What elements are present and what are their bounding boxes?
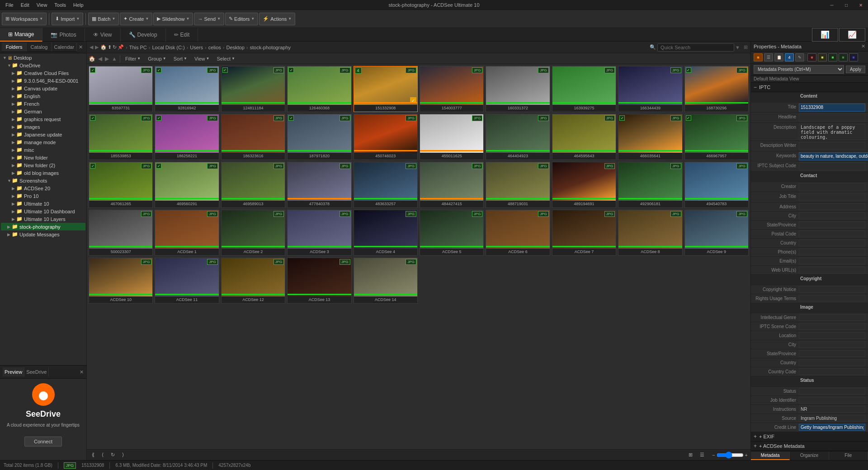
- minimize-btn[interactable]: ─: [825, 0, 839, 10]
- grid-refresh-icon[interactable]: ↻: [108, 451, 117, 459]
- breadcrumb-stock[interactable]: stock-photography: [250, 45, 291, 50]
- thumbnail-item[interactable]: JPG166344439: [618, 66, 682, 112]
- country2-input[interactable]: [799, 359, 865, 366]
- menu-tools[interactable]: Tools: [51, 1, 70, 9]
- city2-input[interactable]: [799, 341, 865, 348]
- tree-new-folder[interactable]: ▶ 📁 New folder: [1, 154, 85, 161]
- tab-calendar[interactable]: Calendar: [52, 42, 77, 52]
- meta-icon-6[interactable]: ■: [818, 53, 827, 61]
- meta-tab-metadata[interactable]: Metadata: [751, 451, 790, 460]
- tree-images[interactable]: ▶ 📁 images: [1, 123, 85, 131]
- thumbnail-item[interactable]: JPGACDSee 3: [287, 210, 351, 256]
- thumbnail-item[interactable]: JPGACDSee 5: [420, 210, 484, 256]
- tree-dashboard[interactable]: ▶ 📁 Ultimate 10 Dashboard: [1, 207, 85, 215]
- tree-pro10[interactable]: ▶ 📁 Pro 10: [1, 192, 85, 200]
- sort-btn[interactable]: Sort ▼: [171, 55, 189, 62]
- connect-button[interactable]: Connect: [24, 437, 62, 446]
- zoom-out-icon[interactable]: −: [712, 452, 715, 458]
- thumbnail-item[interactable]: JPG✓466967957: [684, 114, 749, 160]
- thumbnail-item[interactable]: JPG464595643: [552, 114, 616, 160]
- nav-icons-back[interactable]: ◀: [98, 56, 102, 62]
- group-btn[interactable]: Group ▼: [146, 55, 169, 62]
- meta-icon-9[interactable]: ■: [849, 53, 858, 61]
- intellectual-input[interactable]: [799, 314, 865, 321]
- meta-icon-8[interactable]: ■: [839, 53, 848, 61]
- thumbnail-item[interactable]: JPGACDSee 11: [155, 258, 219, 304]
- create-btn[interactable]: ✦ Create ▼: [120, 13, 152, 25]
- phone-input[interactable]: [799, 249, 865, 255]
- meta-tab-file[interactable]: File: [829, 451, 868, 460]
- tab-edit[interactable]: ✏ Edit: [166, 28, 198, 42]
- tree-japanese[interactable]: ▶ 📁 Japanese update: [1, 131, 85, 138]
- breadcrumb-desktop[interactable]: Desktop: [226, 45, 244, 50]
- meta-icon-1[interactable]: ☰: [764, 53, 773, 61]
- breadcrumb-celios[interactable]: celios: [208, 45, 221, 50]
- thumbnail-item[interactable]: JPG450746023: [354, 114, 418, 160]
- iptc-section-header[interactable]: − IPTC: [751, 83, 868, 92]
- thumbnail-item[interactable]: JPGACDSee 13: [287, 258, 351, 304]
- meta-icon-2[interactable]: 📋: [774, 53, 783, 61]
- thumbnail-item[interactable]: JPG✓126460368: [287, 66, 351, 112]
- grid-prev-icon[interactable]: ⟨: [99, 451, 106, 459]
- tree-french[interactable]: ▶ 📁 French: [1, 100, 85, 108]
- thumbnail-item[interactable]: JPG483633257: [354, 162, 418, 208]
- postal-input[interactable]: [799, 230, 865, 237]
- breadcrumb-users[interactable]: Users: [190, 45, 203, 50]
- source-input[interactable]: [799, 415, 865, 422]
- tab-preview[interactable]: Preview: [3, 367, 24, 376]
- tree-old-blog[interactable]: ▶ 📁 old blog images: [1, 169, 85, 177]
- import-btn[interactable]: ⬇ Import ▼: [52, 13, 83, 25]
- meta-icon-orange[interactable]: ■: [754, 53, 763, 61]
- tree-acdsee20[interactable]: ▶ 📁 ACDSee 20: [1, 184, 85, 192]
- thumbnail-item[interactable]: JPG✓124811184: [221, 66, 285, 112]
- thumbnail-item[interactable]: JPG477840378: [287, 162, 351, 208]
- nav-icons-home[interactable]: 🏠: [89, 56, 95, 62]
- breadcrumb-thispc[interactable]: This PC: [129, 45, 147, 50]
- thumbnail-item[interactable]: JPG✓187971820: [287, 114, 351, 160]
- nav-up-icon[interactable]: ⬆: [108, 44, 112, 50]
- acdsee-section-header[interactable]: + + ACDSee Metadata: [751, 442, 868, 451]
- thumbnail-item[interactable]: JPG492906181: [618, 162, 682, 208]
- menu-edit[interactable]: Edit: [17, 1, 33, 9]
- tab-folders[interactable]: Folders: [2, 42, 27, 52]
- tab-photos[interactable]: 📷 Photos: [42, 28, 85, 42]
- thumbnail-item[interactable]: JPG489194691: [552, 162, 616, 208]
- tree-creative-cloud[interactable]: ▶ 📁 Creative Cloud Files: [1, 69, 85, 77]
- instructions-input[interactable]: [799, 406, 865, 413]
- tree-ultimate10[interactable]: ▶ 📁 Ultimate 10: [1, 200, 85, 207]
- panel-expand-icon[interactable]: ⊞: [744, 44, 748, 50]
- exif-section-header[interactable]: + + EXIF: [751, 432, 868, 442]
- batch-btn[interactable]: ▦ Batch ▼: [88, 13, 119, 25]
- menu-help[interactable]: Help: [70, 1, 87, 9]
- thumbnail-item[interactable]: JPG484427415: [420, 162, 484, 208]
- description-textarea[interactable]: Landscape of a poppy field with dramatic…: [799, 124, 865, 140]
- nav-back-icon[interactable]: ◀: [90, 44, 93, 50]
- web-input[interactable]: [799, 267, 865, 273]
- rights-input[interactable]: [799, 295, 865, 302]
- tree-update-messages[interactable]: ▶ 📁 Update Messages: [1, 230, 85, 238]
- zoom-slider[interactable]: [717, 451, 744, 459]
- meta-icon-3[interactable]: 4: [785, 53, 794, 61]
- menu-file[interactable]: File: [2, 1, 17, 9]
- tree-german[interactable]: ▶ 📁 German: [1, 108, 85, 115]
- thumbnail-item[interactable]: JPG✓467061265: [89, 162, 153, 208]
- thumbnail-item[interactable]: JPG✓466035641: [618, 114, 682, 160]
- meta-tab-organize[interactable]: Organize: [790, 451, 829, 460]
- copyright-notice-input[interactable]: [799, 286, 865, 293]
- address-input[interactable]: [799, 203, 865, 210]
- email-input[interactable]: [799, 258, 865, 264]
- title-input[interactable]: [799, 103, 865, 112]
- credit-input[interactable]: [799, 424, 865, 431]
- thumbnail-item[interactable]: JPG✓185539853: [89, 114, 153, 160]
- status-input[interactable]: [799, 388, 865, 395]
- thumbnail-item[interactable]: JPGACDSee 1: [155, 210, 219, 256]
- thumbnail-item[interactable]: JPGACDSee 12: [221, 258, 285, 304]
- meta-icon-5[interactable]: ■: [807, 53, 816, 61]
- tree-misc[interactable]: ▶ 📁 misc: [1, 146, 85, 154]
- slideshow-btn[interactable]: ▶ Slideshow ▼: [153, 13, 193, 25]
- nav-pin-icon[interactable]: 📌: [118, 44, 124, 50]
- thumbnail-item[interactable]: JPG✓168730296: [684, 66, 749, 112]
- tree-graphics[interactable]: ▶ 📁 graphics request: [1, 115, 85, 123]
- nav-icons-forward[interactable]: ▶: [105, 56, 109, 62]
- thumbnail-item[interactable]: JPGACDSee 9: [684, 210, 749, 256]
